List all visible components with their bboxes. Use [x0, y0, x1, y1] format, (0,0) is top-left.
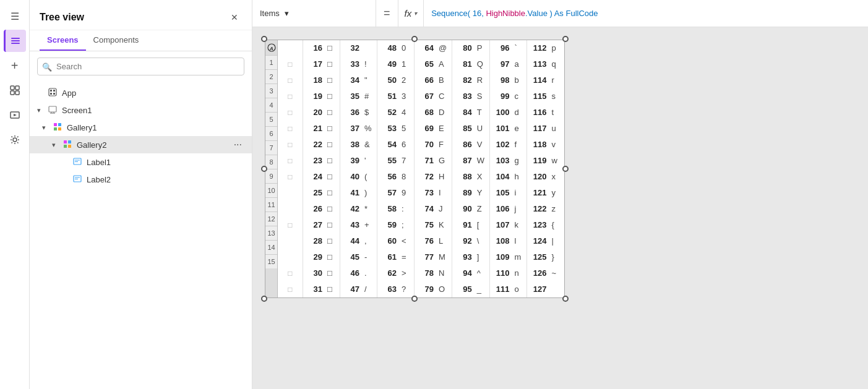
handle-tr[interactable] [562, 36, 569, 42]
media-icon[interactable] [4, 104, 26, 126]
num-cell: 35 [340, 88, 362, 105]
formula-text[interactable]: Sequence( 16, HighNibble.Value ) As Full… [424, 9, 868, 18]
gallery1-icon [53, 122, 62, 133]
num-cell: 24 [303, 169, 325, 185]
num-cell: 25 [303, 185, 325, 201]
char-cell: ] [475, 249, 490, 265]
char-cell: _ [475, 281, 490, 297]
char-cell: B [436, 72, 452, 88]
checkbox-col[interactable]: □ [278, 281, 303, 297]
char-cell: F [436, 137, 452, 153]
svg-rect-26 [68, 145, 71, 148]
checkbox-col[interactable]: □ [278, 153, 303, 169]
char-cell: L [436, 233, 452, 249]
tree-item-gallery2[interactable]: ▾ Gallery2 ··· [30, 136, 252, 153]
char-cell: ' [362, 153, 377, 169]
char-cell: < [399, 233, 414, 249]
char-cell: s [549, 88, 564, 105]
svg-rect-13 [50, 93, 52, 95]
char-cell: □ [325, 233, 340, 249]
char-cell: Q [475, 56, 490, 72]
formula-fx[interactable]: fx ▾ [398, 0, 424, 27]
handle-mr[interactable] [562, 166, 569, 172]
char-cell: } [549, 249, 564, 265]
checkbox-col[interactable]: □ [278, 72, 303, 88]
char-cell: P [475, 40, 490, 56]
tree-item-screen1[interactable]: ▾ Screen1 [30, 101, 252, 119]
table-row: □27□43+59;75K91[107k123{ [278, 217, 564, 233]
formula-dropdown[interactable]: Items ▾ [252, 0, 376, 27]
screen1-label: Screen1 [62, 106, 244, 115]
char-cell: c [512, 88, 527, 105]
char-cell: □ [325, 40, 340, 56]
left-toolbar: ☰ + [0, 0, 30, 389]
handle-bc[interactable] [411, 296, 418, 302]
handle-br[interactable] [562, 296, 569, 302]
handle-bl[interactable] [261, 296, 267, 302]
tree-item-app[interactable]: App [30, 84, 252, 101]
layers-icon[interactable] [4, 30, 26, 52]
char-cell: G [436, 153, 452, 169]
label1-icon [73, 157, 82, 168]
checkbox-col[interactable] [278, 185, 303, 201]
tab-screens[interactable]: Screens [40, 30, 86, 51]
checkbox-col[interactable] [278, 233, 303, 249]
num-cell: 71 [414, 153, 436, 169]
char-cell: x [549, 169, 564, 185]
gallery2-more[interactable]: ··· [231, 139, 244, 150]
search-input[interactable] [37, 58, 244, 75]
char-cell: p [549, 40, 564, 56]
tree-item-label1[interactable]: Label1 [30, 153, 252, 171]
num-cell: 98 [490, 72, 512, 88]
checkbox-col[interactable]: □ [278, 105, 303, 121]
tab-components[interactable]: Components [86, 30, 147, 51]
checkbox-col[interactable]: □ [278, 56, 303, 72]
char-cell: □ [325, 153, 340, 169]
table-row: □17□33!49165A81Q97a113q [278, 56, 564, 72]
svg-point-9 [13, 138, 17, 142]
checkbox-col[interactable]: □ [278, 88, 303, 105]
num-cell: 78 [414, 265, 436, 281]
checkbox-col[interactable] [278, 201, 303, 217]
close-button[interactable]: ✕ [227, 10, 242, 25]
num-cell: 114 [527, 72, 549, 88]
checkbox-col[interactable]: □ [278, 265, 303, 281]
tree-item-gallery1[interactable]: ▾ Gallery1 [30, 119, 252, 136]
num-cell: 61 [377, 249, 399, 265]
num-cell: 106 [490, 201, 512, 217]
char-cell: i [512, 185, 527, 201]
handle-ml[interactable] [261, 166, 267, 172]
add-icon[interactable]: + [4, 54, 26, 77]
hamburger-icon[interactable]: ☰ [4, 5, 26, 27]
gallery-side-col: A 1 2 3 4 5 6 7 8 9 10 11 12 13 14 [265, 40, 278, 297]
component-icon[interactable] [4, 79, 26, 101]
num-cell: 30 [303, 265, 325, 281]
char-cell: { [549, 217, 564, 233]
tree-item-label2[interactable]: Label2 [30, 171, 252, 188]
checkbox-col[interactable]: □ [278, 217, 303, 233]
num-cell: 101 [490, 121, 512, 137]
char-cell: H [436, 169, 452, 185]
settings-icon[interactable] [4, 129, 26, 151]
checkbox-col[interactable]: □ [278, 137, 303, 153]
char-cell: @ [436, 40, 452, 56]
svg-rect-20 [58, 123, 61, 126]
num-cell: 85 [452, 121, 475, 137]
num-cell: 23 [303, 153, 325, 169]
table-row: □22□38&54670F86V102f118v [278, 137, 564, 153]
checkbox-col[interactable]: □ [278, 169, 303, 185]
checkbox-col[interactable] [278, 40, 303, 56]
char-cell: / [362, 281, 377, 297]
tree-panel: Tree view ✕ Screens Components 🔍 App [30, 0, 252, 389]
checkbox-col[interactable]: □ [278, 121, 303, 137]
tree-header: Tree view ✕ [30, 0, 252, 30]
row-num-1: 1 [265, 55, 277, 69]
char-cell: g [512, 153, 527, 169]
handle-tl[interactable] [261, 36, 267, 42]
label2-icon [73, 174, 82, 185]
checkbox-col[interactable] [278, 249, 303, 265]
svg-text:A: A [269, 46, 273, 51]
num-cell: 57 [377, 185, 399, 201]
canvas-area[interactable]: A 1 2 3 4 5 6 7 8 9 10 11 12 13 14 [252, 27, 868, 389]
char-cell: - [362, 249, 377, 265]
